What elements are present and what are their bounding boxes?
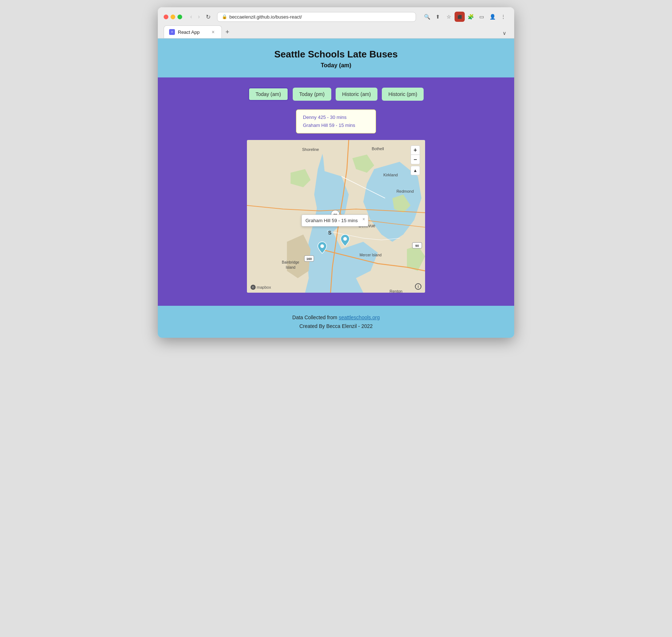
back-button[interactable]: ‹ — [188, 13, 194, 21]
lock-icon: 🔒 — [222, 14, 227, 19]
filter-historic-am[interactable]: Historic (am) — [336, 88, 377, 101]
url-text: beccaelenzil.github.io/buses-react/ — [229, 14, 302, 20]
search-icon[interactable]: 🔍 — [422, 12, 432, 22]
tab-close-button[interactable]: × — [210, 29, 216, 35]
footer-line1: Data Collected from seattleschools.org — [165, 315, 507, 320]
svg-text:Shoreline: Shoreline — [302, 147, 319, 152]
svg-text:Mercer Island: Mercer Island — [360, 253, 382, 257]
svg-text:160: 160 — [306, 257, 312, 261]
puzzle-icon[interactable]: 🧩 — [465, 12, 476, 22]
info-box-line2: Graham Hill 59 - 15 mins — [303, 121, 369, 129]
filter-historic-pm[interactable]: Historic (pm) — [382, 88, 424, 101]
filter-today-am[interactable]: Today (am) — [248, 88, 288, 101]
compass-button[interactable]: ▲ — [411, 166, 420, 175]
svg-point-17 — [320, 244, 324, 248]
mapbox-text: mapbox — [257, 285, 271, 289]
minimize-window-button[interactable] — [171, 15, 175, 19]
svg-text:Bothell: Bothell — [372, 147, 384, 151]
share-icon[interactable]: ⬆ — [433, 12, 443, 22]
filter-buttons: Today (am) Today (pm) Historic (am) Hist… — [165, 88, 507, 101]
page-header: Seattle Schools Late Buses Today (am) — [158, 39, 514, 77]
toolbar-icons: 🔍 ⬆ ☆ ⬛ 🧩 ▭ 👤 ⋮ — [422, 12, 508, 22]
extensions-icon[interactable]: ⬛ — [455, 12, 465, 22]
mapbox-logo: © mapbox — [251, 285, 271, 290]
traffic-lights — [164, 15, 182, 19]
info-box-line1: Denny 425 - 30 mins — [303, 113, 369, 121]
map-controls: + − ▲ — [411, 145, 420, 175]
svg-text:Renton: Renton — [389, 289, 402, 293]
svg-point-18 — [343, 237, 347, 241]
popup-text: Graham Hill 59 - 15 mins — [305, 218, 358, 223]
browser-controls: ‹ › ↻ 🔒 beccaelenzil.github.io/buses-rea… — [164, 12, 508, 22]
mapbox-icon: © — [251, 285, 256, 290]
address-bar[interactable]: 🔒 beccaelenzil.github.io/buses-react/ — [217, 12, 416, 22]
footer-prefix: Data Collected from — [292, 315, 339, 320]
zoom-in-button[interactable]: + — [411, 145, 420, 155]
forward-button[interactable]: › — [196, 13, 202, 21]
svg-text:Island: Island — [286, 265, 296, 269]
map-container[interactable]: 99 160 90 Shoreline Bothell Kirkland Red… — [247, 140, 425, 293]
page-subtitle: Today (am) — [165, 62, 507, 69]
zoom-out-button[interactable]: − — [411, 155, 420, 164]
svg-text:Kirkland: Kirkland — [383, 173, 398, 177]
tab-favicon: ⚛ — [169, 29, 175, 35]
sidebar-icon[interactable]: ▭ — [476, 12, 487, 22]
svg-text:Bainbridge: Bainbridge — [282, 260, 299, 264]
close-window-button[interactable] — [164, 15, 168, 19]
filter-today-pm[interactable]: Today (pm) — [293, 88, 331, 101]
svg-text:90: 90 — [415, 244, 419, 248]
fullscreen-window-button[interactable] — [177, 15, 182, 19]
map-marker-1[interactable] — [317, 241, 327, 256]
footer-credit: Created By Becca Elenzil - 2022 — [165, 323, 507, 329]
svg-text:S: S — [328, 230, 331, 236]
nav-buttons: ‹ › ↻ — [188, 13, 213, 21]
map-popup: Graham Hill 59 - 15 mins × — [301, 215, 368, 227]
page-content: Seattle Schools Late Buses Today (am) To… — [158, 39, 514, 338]
browser-window: ‹ › ↻ 🔒 beccaelenzil.github.io/buses-rea… — [158, 7, 514, 338]
tab-chevron-icon[interactable]: ∨ — [500, 28, 508, 38]
tab-bar: ⚛ React App × + ∨ — [164, 25, 508, 38]
main-section: Today (am) Today (pm) Historic (am) Hist… — [158, 77, 514, 306]
page-footer: Data Collected from seattleschools.org C… — [158, 306, 514, 338]
browser-titlebar: ‹ › ↻ 🔒 beccaelenzil.github.io/buses-rea… — [158, 7, 514, 39]
bookmark-icon[interactable]: ☆ — [444, 12, 454, 22]
reload-button[interactable]: ↻ — [204, 13, 213, 21]
info-box: Denny 425 - 30 mins Graham Hill 59 - 15 … — [296, 109, 376, 133]
active-tab[interactable]: ⚛ React App × — [164, 25, 222, 38]
tab-title-text: React App — [178, 29, 207, 35]
new-tab-button[interactable]: + — [222, 26, 233, 38]
account-icon[interactable]: 👤 — [487, 12, 497, 22]
footer-link[interactable]: seattleschools.org — [339, 315, 380, 320]
page-title: Seattle Schools Late Buses — [165, 49, 507, 60]
map-marker-2[interactable] — [340, 234, 350, 248]
popup-close-button[interactable]: × — [363, 217, 365, 222]
menu-icon[interactable]: ⋮ — [498, 12, 508, 22]
svg-text:Redmond: Redmond — [396, 189, 414, 193]
